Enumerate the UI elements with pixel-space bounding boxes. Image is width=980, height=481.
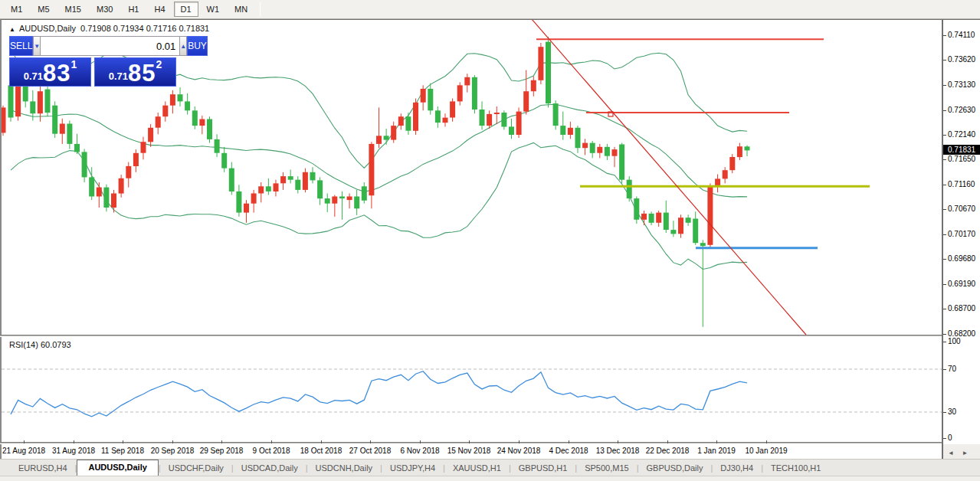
candle <box>288 170 293 184</box>
date-axis-label: 29 Sep 2018 <box>200 447 244 455</box>
timeframe-button-h1[interactable]: H1 <box>121 2 146 17</box>
date-axis-tick <box>221 440 222 443</box>
buy-price-pip: 2 <box>156 58 162 70</box>
tab-usdcnh-daily[interactable]: USDCNH,Daily <box>308 461 381 476</box>
date-axis-label: 6 Nov 2018 <box>400 447 439 455</box>
candle <box>435 106 441 128</box>
price-axis-label: 0.73130 <box>948 80 975 89</box>
price-axis-label: 0.71160 <box>948 180 975 188</box>
candle <box>509 119 514 139</box>
tab-audusd-daily[interactable]: AUDUSD,Daily <box>77 460 158 476</box>
price-axis-tick <box>943 185 946 185</box>
volume-increase-button[interactable]: ▲ <box>179 36 187 56</box>
rsi-axis-tick <box>943 438 946 439</box>
tab-tech100-h1[interactable]: TECH100,H1 <box>763 461 828 476</box>
price-axis-label: 0.72140 <box>948 130 975 139</box>
tab-scroll-right-icon[interactable]: ► <box>962 450 968 456</box>
candle <box>398 113 404 129</box>
timeframe-button-m1[interactable]: M1 <box>4 2 29 17</box>
rsi-axis-tick <box>943 412 946 413</box>
price-axis-tick <box>943 110 946 111</box>
symbol-collapse-icon[interactable]: ▲ <box>9 26 15 33</box>
tab-usdjpy-h4[interactable]: USDJPY,H4 <box>382 461 443 476</box>
candle <box>295 176 300 193</box>
sell-button[interactable]: SELL <box>9 36 33 56</box>
candle <box>266 178 271 195</box>
tab-dj30-h4[interactable]: DJ30,H4 <box>713 461 761 476</box>
date-axis-tick <box>123 440 123 443</box>
timeframe-button-m30[interactable]: M30 <box>90 2 120 17</box>
candle <box>67 121 72 149</box>
candle <box>199 116 205 134</box>
tab-scroll-left-icon[interactable]: ◄ <box>948 450 954 456</box>
timeframe-button-m5[interactable]: M5 <box>31 2 56 17</box>
sell-price-pip: 1 <box>71 58 77 70</box>
candle <box>251 190 257 213</box>
timeframe-button-h4[interactable]: H4 <box>147 2 172 17</box>
timeframe-button-mn[interactable]: MN <box>228 2 254 17</box>
candle <box>325 194 330 213</box>
candle <box>244 200 249 223</box>
one-click-trade-panel: SELL ▼ ▲ BUY 0.71 83 1 0.71 85 2 <box>9 36 176 87</box>
bottom-status-strip <box>0 476 980 481</box>
candle <box>464 74 470 92</box>
date-axis-tick <box>469 440 470 443</box>
candle <box>641 211 647 225</box>
candle <box>413 99 418 136</box>
candle <box>582 139 588 155</box>
date-axis-tick <box>420 440 421 443</box>
candle <box>391 122 396 143</box>
tab-gbpusd-h1[interactable]: GBPUSD,H1 <box>511 461 575 476</box>
candle <box>678 214 683 237</box>
rsi-axis-label: 100 <box>948 337 961 345</box>
candle <box>15 81 21 120</box>
candle <box>421 85 426 110</box>
price-axis-label: 0.70170 <box>948 230 975 238</box>
date-axis-tick <box>172 440 173 443</box>
candle <box>501 110 506 129</box>
timeframe-button-w1[interactable]: W1 <box>200 2 227 17</box>
candle <box>178 87 183 106</box>
candle <box>723 167 728 183</box>
candle <box>634 197 639 224</box>
tab-usdchf-daily[interactable]: USDCHF,Daily <box>161 461 231 476</box>
volume-input[interactable] <box>41 36 179 56</box>
tab-usdcad-daily[interactable]: USDCAD,Daily <box>234 461 306 476</box>
date-axis-label: 18 Oct 2018 <box>300 447 342 455</box>
price-axis-tick <box>943 159 946 160</box>
timeframe-button-m15[interactable]: M15 <box>58 2 88 17</box>
candle <box>303 169 308 193</box>
candle <box>745 146 750 156</box>
price-axis-tick <box>943 85 946 86</box>
tab-gbpusd-daily[interactable]: GBPUSD,Daily <box>639 461 711 476</box>
date-axis-label: 11 Sep 2018 <box>101 447 144 455</box>
rsi-axis-tick <box>943 369 946 370</box>
price-axis-label: 0.69190 <box>948 280 975 288</box>
buy-price-box[interactable]: 0.71 85 2 <box>94 57 176 87</box>
toolbar-separator <box>260 2 261 16</box>
tab-xauusd-h1[interactable]: XAUUSD,H1 <box>445 461 509 476</box>
date-axis-tick <box>618 440 618 443</box>
candle <box>568 122 573 139</box>
candle <box>487 110 492 129</box>
candle <box>531 77 536 97</box>
date-axis-tick <box>370 440 371 443</box>
candle <box>619 143 624 184</box>
price-axis-tick <box>943 334 946 335</box>
volume-decrease-button[interactable]: ▼ <box>33 36 41 56</box>
candle <box>560 112 565 140</box>
tab-eurusd-h4[interactable]: EURUSD,H4 <box>11 461 75 476</box>
sell-price-box[interactable]: 0.71 83 1 <box>9 57 91 87</box>
date-axis-tick <box>271 440 272 443</box>
chart-ohlc-values: 0.71908 0.71934 0.71716 0.71831 <box>80 24 209 33</box>
trendline-object[interactable] <box>532 19 806 335</box>
timeframe-button-d1[interactable]: D1 <box>174 2 198 17</box>
candle <box>472 75 477 113</box>
candle <box>627 176 632 201</box>
candle <box>310 167 316 183</box>
buy-button[interactable]: BUY <box>187 36 208 56</box>
date-axis-label: 20 Sep 2018 <box>151 447 195 455</box>
date-axis-tick <box>519 440 519 443</box>
tab-sp500-m15[interactable]: SP500,M15 <box>577 461 636 476</box>
candle <box>656 211 661 227</box>
